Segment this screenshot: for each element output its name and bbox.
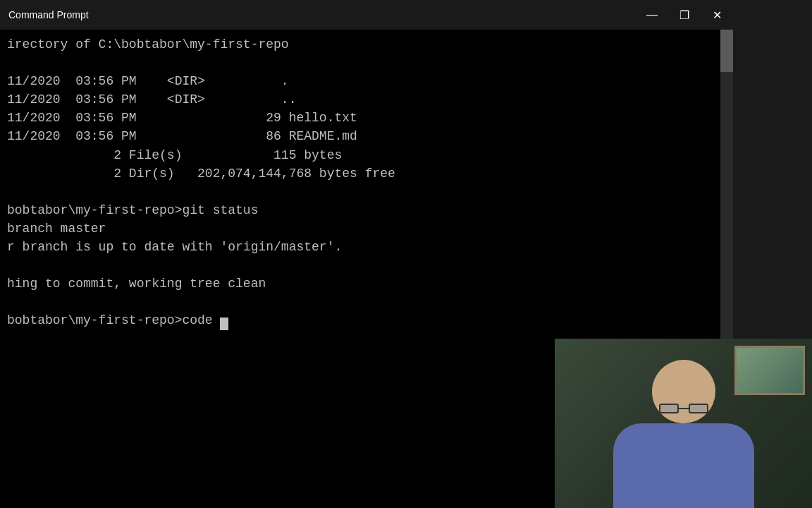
terminal-line-git-status: bobtabor\my-first-repo>git status branch… bbox=[7, 203, 342, 328]
person-glasses bbox=[659, 404, 708, 413]
terminal-line-3: 11/2020 03:56 PM <DIR> . 11/2020 03:56 P… bbox=[7, 74, 395, 180]
glasses-left-lens bbox=[659, 404, 679, 413]
maximize-button[interactable]: ❐ bbox=[668, 0, 701, 30]
person-body bbox=[613, 423, 754, 508]
title-bar: Command Prompt — ❐ ✕ bbox=[0, 0, 733, 30]
window-title: Command Prompt bbox=[8, 9, 89, 20]
webcam-overlay bbox=[555, 339, 812, 508]
scrollbar-thumb[interactable] bbox=[720, 30, 733, 72]
window-controls: — ❐ ✕ bbox=[636, 0, 733, 30]
person-head bbox=[652, 360, 715, 423]
terminal-output: irectory of C:\bobtabor\my-first-repo 11… bbox=[7, 35, 726, 330]
glasses-bridge bbox=[679, 408, 689, 409]
terminal-line-1: irectory of C:\bobtabor\my-first-repo bbox=[7, 37, 289, 52]
background-art bbox=[734, 346, 805, 395]
close-button[interactable]: ✕ bbox=[701, 0, 733, 30]
minimize-button[interactable]: — bbox=[636, 0, 668, 30]
webcam-feed bbox=[555, 339, 812, 508]
glasses-right-lens bbox=[689, 404, 708, 413]
terminal-cursor bbox=[220, 318, 228, 330]
